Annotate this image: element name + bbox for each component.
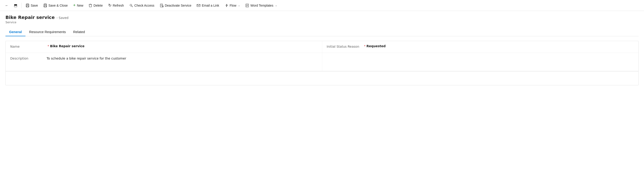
svg-rect-0 <box>26 4 29 7</box>
page-header: Bike Repair service - Saved Service Gene… <box>0 11 644 36</box>
svg-rect-5 <box>44 6 46 7</box>
back-button[interactable] <box>3 2 11 9</box>
tab-related[interactable]: Related <box>70 28 89 36</box>
description-value: To schedule a bike repair service for th… <box>46 56 318 60</box>
flow-chevron-icon: ⌄ <box>238 4 240 7</box>
svg-rect-1 <box>27 4 28 5</box>
svg-rect-13 <box>197 4 200 7</box>
description-section: Description To schedule a bike repair se… <box>6 53 322 71</box>
save-close-icon <box>44 4 47 7</box>
word-templates-icon <box>245 4 249 7</box>
check-access-label: Check Access <box>134 4 154 7</box>
flow-label: Flow <box>230 4 236 7</box>
svg-line-7 <box>132 6 132 7</box>
save-close-label: Save & Close <box>48 4 68 7</box>
word-templates-label: Word Templates <box>250 4 273 7</box>
toolbar: ⬒ Save Save & Close + New <box>0 0 644 11</box>
email-link-button[interactable]: Email a Link <box>194 2 221 9</box>
new-icon: + <box>73 3 76 8</box>
initial-status-value: Requested <box>366 44 634 48</box>
flow-icon <box>225 4 228 7</box>
form-card: Name * Bike Repair service Initial Statu… <box>6 41 638 85</box>
tab-general[interactable]: General <box>6 28 26 36</box>
content-area: Name * Bike Repair service Initial Statu… <box>0 36 644 90</box>
name-section: Name * Bike Repair service <box>6 41 322 53</box>
name-value: Bike Repair service <box>50 44 318 48</box>
new-label: New <box>77 4 83 7</box>
svg-rect-4 <box>44 4 46 5</box>
check-access-button[interactable]: Check Access <box>127 2 157 9</box>
name-required-star: * <box>48 44 49 48</box>
description-right-empty <box>322 53 638 71</box>
word-templates-button[interactable]: Word Templates ⌄ <box>243 2 279 9</box>
name-label: Name <box>10 44 46 48</box>
initial-status-section: Initial Status Reason * Requested <box>322 41 638 53</box>
tab-resource-requirements[interactable]: Resource Requirements <box>26 28 70 36</box>
page-title: Bike Repair service <box>6 15 55 20</box>
check-access-icon <box>130 4 133 7</box>
delete-button[interactable]: Delete <box>86 2 105 9</box>
tabs-container: General Resource Requirements Related <box>6 28 638 36</box>
delete-icon <box>89 4 92 7</box>
svg-rect-2 <box>26 6 29 7</box>
save-icon <box>26 4 29 7</box>
refresh-button[interactable]: ↻ Refresh <box>106 2 126 9</box>
deactivate-icon <box>160 4 164 7</box>
page-subtitle: Service <box>6 21 638 24</box>
word-templates-chevron-icon: ⌄ <box>275 4 277 7</box>
description-label: Description <box>10 56 46 60</box>
description-row: Description To schedule a bike repair se… <box>6 53 638 71</box>
email-icon <box>197 4 200 7</box>
back-icon <box>5 4 8 7</box>
save-button[interactable]: Save <box>24 2 40 9</box>
form-spacer <box>6 71 638 85</box>
refresh-label: Refresh <box>113 4 124 7</box>
initial-status-label: Initial Status Reason <box>327 44 363 48</box>
new-button[interactable]: + New <box>71 2 86 9</box>
svg-rect-3 <box>44 4 46 7</box>
deactivate-label: Deactivate Service <box>165 4 192 7</box>
popout-icon: ⬒ <box>14 3 17 8</box>
save-label: Save <box>31 4 38 7</box>
delete-label: Delete <box>94 4 102 7</box>
page-saved-status: - Saved <box>56 16 69 20</box>
name-row: Name * Bike Repair service Initial Statu… <box>6 41 638 53</box>
save-close-button[interactable]: Save & Close <box>41 2 70 9</box>
refresh-icon: ↻ <box>108 3 112 8</box>
email-link-label: Email a Link <box>202 4 219 7</box>
flow-button[interactable]: Flow ⌄ <box>222 2 242 9</box>
popout-button[interactable]: ⬒ <box>12 2 20 9</box>
initial-status-required-star: * <box>364 44 366 48</box>
deactivate-button[interactable]: Deactivate Service <box>158 2 194 9</box>
